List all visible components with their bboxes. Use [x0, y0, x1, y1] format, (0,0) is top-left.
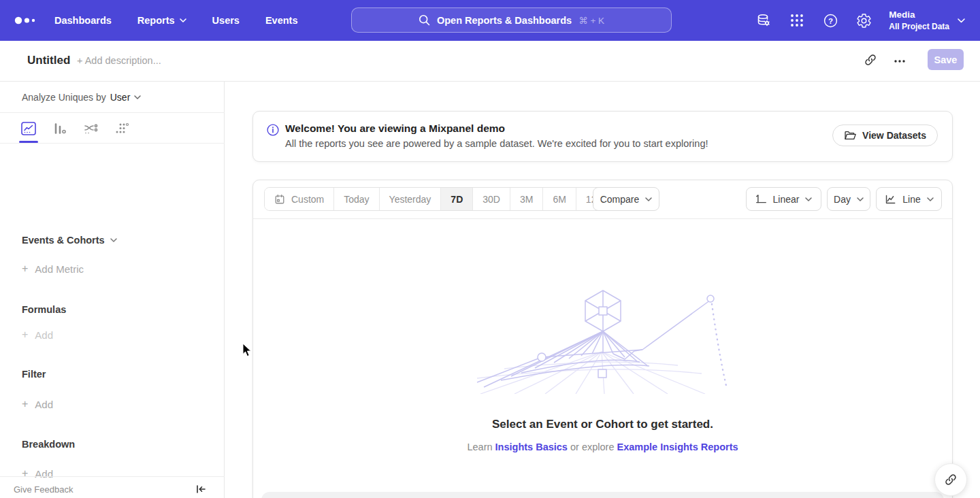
- chevron-down-icon: [134, 95, 141, 99]
- date-range-today[interactable]: Today: [334, 188, 379, 210]
- events-cohorts-header[interactable]: Events & Cohorts: [22, 235, 117, 246]
- nav-label: Dashboards: [54, 15, 112, 26]
- date-range-3m[interactable]: 3M: [510, 188, 543, 210]
- subtext-prefix: Learn: [467, 442, 495, 452]
- link-icon: [944, 473, 958, 486]
- share-link-fab[interactable]: [934, 463, 967, 496]
- nav-right-cluster: ? Media All Project Data: [755, 0, 965, 41]
- mixpanel-logo-icon[interactable]: [14, 15, 37, 26]
- tab-insights-line-chart[interactable]: [19, 119, 38, 138]
- add-description-field[interactable]: + Add description...: [77, 55, 161, 66]
- flow-sankey-icon: [84, 122, 99, 135]
- formulas-header: Formulas: [22, 304, 66, 315]
- seg-label: 30D: [483, 194, 500, 205]
- empty-state-illustration: [474, 286, 732, 394]
- insights-report-card: Custom Today Yesterday 7D 30D 3M 6M 12M …: [252, 180, 953, 498]
- give-feedback-link[interactable]: Give Feedback: [14, 484, 73, 495]
- project-name: Media: [889, 9, 949, 21]
- more-options-icon[interactable]: [892, 54, 907, 69]
- chevron-down-icon: [927, 197, 934, 201]
- chevron-down-icon: [857, 197, 864, 201]
- chevron-down-icon: [958, 18, 965, 23]
- compare-label: Compare: [600, 194, 640, 205]
- insights-basics-link[interactable]: Insights Basics: [495, 442, 568, 452]
- mouse-cursor: [242, 343, 252, 357]
- compare-dropdown[interactable]: Compare: [593, 187, 659, 211]
- view-datasets-button[interactable]: View Datasets: [832, 124, 938, 146]
- results-table-peek: [261, 492, 944, 498]
- chart-type-label: Line: [902, 194, 920, 205]
- search-label: Open Reports & Dashboards: [437, 15, 572, 26]
- add-formula-button[interactable]: + Add: [22, 329, 53, 341]
- tab-bar-chart[interactable]: [50, 119, 69, 138]
- seg-label: 7D: [451, 194, 463, 205]
- chevron-down-icon: [180, 18, 186, 22]
- nav-item-users[interactable]: Users: [212, 15, 240, 26]
- top-navigation-bar: Dashboards Reports Users Events Open Rep…: [0, 0, 980, 41]
- tab-flow-chart[interactable]: [82, 119, 101, 138]
- settings-gear-icon[interactable]: [855, 12, 872, 29]
- tab-metrics[interactable]: [113, 119, 132, 138]
- project-switcher[interactable]: Media All Project Data: [889, 9, 965, 32]
- date-range-custom[interactable]: Custom: [265, 188, 334, 210]
- date-range-6m[interactable]: 6M: [543, 188, 576, 210]
- banner-subtitle: All the reports you see are powered by a…: [285, 138, 708, 149]
- global-search-button[interactable]: Open Reports & Dashboards ⌘ + K: [351, 7, 672, 33]
- mixpanel-insights-page: Dashboards Reports Users Events Open Rep…: [0, 0, 980, 498]
- date-range-30d[interactable]: 30D: [473, 188, 510, 210]
- primary-nav: Dashboards Reports Users Events: [54, 0, 297, 41]
- subtext-middle: or explore: [568, 442, 617, 452]
- interval-dropdown[interactable]: Day: [827, 187, 870, 211]
- bar-chart-icon: [52, 122, 67, 135]
- save-button[interactable]: Save: [928, 49, 964, 70]
- nav-label: Users: [212, 15, 240, 26]
- info-icon: [267, 124, 279, 136]
- nav-label: Events: [265, 15, 298, 26]
- svg-text:?: ?: [828, 16, 833, 24]
- dot-metrics-icon: [115, 122, 130, 135]
- chevron-down-icon: [805, 197, 812, 201]
- project-scope: All Project Data: [889, 21, 949, 32]
- banner-text: Welcome! You are viewing a Mixpanel demo…: [285, 122, 708, 149]
- breakdown-header: Breakdown: [22, 439, 75, 450]
- date-range-7d[interactable]: 7D: [441, 188, 473, 210]
- nav-item-dashboards[interactable]: Dashboards: [54, 15, 112, 26]
- apps-grid-icon[interactable]: [789, 12, 805, 29]
- line-chart-type-icon: [884, 194, 896, 205]
- scale-dropdown[interactable]: Linear: [746, 187, 821, 211]
- analyze-entity-dropdown[interactable]: User: [110, 92, 142, 103]
- nav-item-reports[interactable]: Reports: [137, 15, 186, 26]
- section-title: Formulas: [22, 304, 66, 315]
- search-shortcut: ⌘ + K: [578, 15, 604, 26]
- filter-header: Filter: [22, 369, 46, 380]
- analyze-uniques-row: Analyze Uniques by User: [0, 82, 225, 113]
- data-management-icon[interactable]: [755, 12, 772, 29]
- linear-axis-icon: [755, 194, 767, 205]
- active-tab-underline: [19, 141, 38, 143]
- chart-toolbar: Custom Today Yesterday 7D 30D 3M 6M 12M …: [253, 180, 952, 219]
- copy-link-icon[interactable]: [863, 52, 878, 67]
- welcome-banner: Welcome! You are viewing a Mixpanel demo…: [252, 111, 953, 162]
- help-icon[interactable]: ?: [822, 12, 838, 29]
- example-insights-reports-link[interactable]: Example Insights Reports: [617, 442, 738, 452]
- seg-label: Today: [344, 194, 369, 205]
- plus-icon: +: [22, 329, 28, 341]
- date-range-yesterday[interactable]: Yesterday: [380, 188, 442, 210]
- nav-item-events[interactable]: Events: [265, 15, 298, 26]
- add-filter-button[interactable]: + Add: [22, 398, 53, 410]
- section-title: Events & Cohorts: [22, 235, 105, 246]
- seg-label: Yesterday: [389, 194, 431, 205]
- seg-label: 3M: [520, 194, 533, 205]
- add-label: Add: [35, 399, 53, 410]
- add-metric-button[interactable]: + Add Metric: [22, 263, 84, 275]
- report-title[interactable]: Untitled: [27, 54, 70, 67]
- chart-type-dropdown[interactable]: Line: [876, 187, 942, 211]
- calendar-icon: [274, 194, 285, 205]
- line-chart-icon: [21, 122, 36, 135]
- collapse-sidebar-icon[interactable]: [195, 483, 208, 497]
- search-icon: [419, 14, 430, 26]
- nav-label: Reports: [137, 15, 175, 26]
- add-label: Add Metric: [35, 263, 84, 275]
- plus-icon: +: [22, 398, 28, 410]
- section-title: Breakdown: [22, 439, 75, 450]
